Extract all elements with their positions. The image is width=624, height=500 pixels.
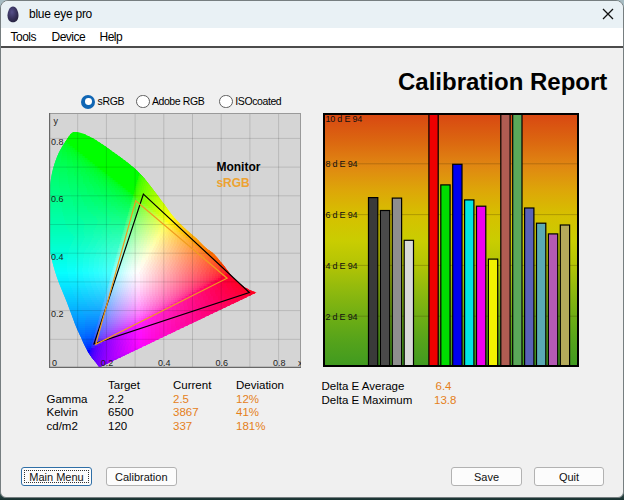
- svg-text:0.8: 0.8: [273, 358, 286, 368]
- svg-text:8 d E 94: 8 d E 94: [325, 159, 357, 169]
- svg-text:0.6: 0.6: [216, 358, 229, 368]
- svg-text:sRGB: sRGB: [216, 176, 250, 190]
- svg-text:2 d E 94: 2 d E 94: [325, 312, 357, 322]
- svg-text:0: 0: [52, 358, 57, 368]
- svg-text:4 d E 94: 4 d E 94: [325, 261, 357, 271]
- svg-text:0.2: 0.2: [51, 309, 64, 319]
- svg-text:10 d E 94: 10 d E 94: [325, 114, 362, 124]
- svg-text:0.6: 0.6: [51, 194, 64, 204]
- svg-text:x: x: [298, 358, 301, 368]
- svg-text:0.4: 0.4: [158, 358, 171, 368]
- svg-text:0.8: 0.8: [51, 137, 64, 147]
- svg-text:0.2: 0.2: [101, 358, 114, 368]
- svg-text:0.4: 0.4: [51, 252, 64, 262]
- svg-text:6 d E 94: 6 d E 94: [325, 210, 357, 220]
- svg-text:y: y: [54, 116, 59, 126]
- svg-text:Monitor: Monitor: [216, 160, 260, 174]
